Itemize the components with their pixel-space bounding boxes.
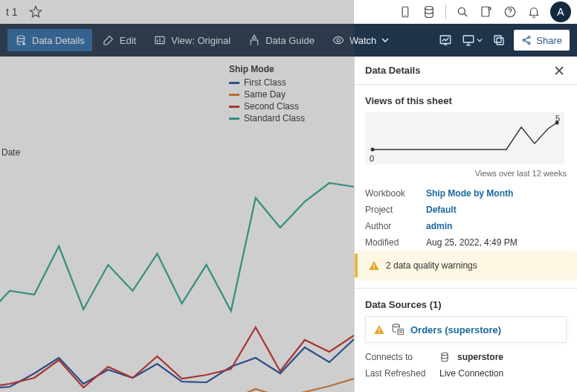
close-icon[interactable] (552, 63, 567, 78)
svg-point-33 (371, 148, 375, 152)
svg-rect-25 (494, 36, 501, 42)
author-link[interactable]: admin (426, 221, 452, 231)
meta-modified: ModifiedAug 25, 2022, 4:49 PM (365, 237, 567, 248)
metrics-icon[interactable] (433, 28, 457, 52)
svg-rect-36 (373, 268, 374, 269)
warning-icon (373, 324, 385, 335)
chart-series (0, 183, 354, 317)
legend-item[interactable]: Standard Class (229, 113, 305, 123)
svg-rect-37 (378, 329, 379, 331)
database-icon[interactable] (417, 0, 441, 24)
watch-label: Watch (349, 35, 376, 46)
view-toolbar: Data Details Edit View: Original Data Gu… (0, 24, 577, 57)
svg-point-12 (17, 36, 24, 39)
svg-rect-24 (497, 38, 503, 45)
presentation-icon[interactable] (460, 28, 484, 52)
legend-item-label: Same Day (244, 89, 286, 100)
legend-item-label: First Class (244, 77, 286, 88)
legend-title: Ship Mode (229, 64, 305, 74)
help-icon[interactable] (498, 0, 522, 24)
legend-item[interactable]: Same Day (229, 89, 305, 100)
line-chart (0, 168, 354, 392)
data-source-row[interactable]: Orders (superstore) (365, 316, 567, 343)
x-axis-label: Date (1, 147, 20, 158)
svg-rect-35 (373, 265, 374, 267)
svg-rect-38 (378, 332, 379, 332)
svg-point-18 (337, 39, 340, 42)
meta-project: ProjectDefault (365, 205, 567, 215)
divider (355, 288, 577, 289)
data-guide-label: Data Guide (265, 35, 315, 46)
top-strip: t 1 A (0, 0, 577, 24)
svg-line-30 (525, 41, 529, 43)
chevron-down-icon (381, 36, 389, 44)
views-caption: Views over last 12 weeks (365, 169, 567, 178)
legend-item-label: Standard Class (244, 113, 305, 123)
svg-point-4 (458, 7, 465, 14)
meta-workbook: WorkbookShip Mode by Month (365, 188, 567, 199)
copy-icon[interactable] (487, 28, 511, 52)
edit-label: Edit (120, 35, 136, 46)
workbook-link[interactable]: Ship Mode by Month (426, 188, 513, 199)
warning-icon (368, 260, 380, 271)
svg-marker-0 (30, 7, 41, 17)
view-original-label: View: Original (171, 35, 231, 46)
database-small-icon (439, 352, 450, 362)
chart-area: Date Ship Mode First ClassSame DaySecond… (0, 57, 354, 392)
chart-series (0, 379, 354, 392)
data-sources-heading: Data Sources (1) (365, 299, 567, 310)
search-icon[interactable] (451, 0, 474, 24)
datasource-icon (391, 323, 404, 336)
svg-point-13 (22, 42, 25, 45)
views-heading: Views of this sheet (365, 95, 567, 106)
share-button[interactable]: Share (514, 30, 570, 51)
spark-max: 5 (555, 114, 560, 123)
sparkline-chart: 5 0 (365, 112, 564, 164)
svg-point-43 (442, 353, 448, 356)
notifications-icon[interactable] (522, 0, 546, 24)
data-details-panel: Data Details Views of this sheet 5 0 Vie… (354, 57, 577, 392)
meta-author: Authoradmin (365, 221, 567, 231)
svg-rect-21 (464, 36, 474, 42)
edit-button[interactable]: Edit (95, 29, 144, 51)
user-avatar[interactable]: A (550, 1, 571, 22)
data-details-label: Data Details (32, 35, 85, 46)
new-item-icon[interactable] (474, 0, 498, 24)
legend-item[interactable]: Second Class (229, 101, 305, 112)
svg-point-3 (425, 7, 433, 10)
warning-text: 2 data quality warnings (386, 260, 477, 271)
meta-refreshed: Last RefreshedLive Connection (365, 368, 567, 379)
panel-title: Data Details (365, 65, 420, 76)
connects-value: superstore (457, 352, 503, 362)
workbook-title-fragment: t 1 (6, 6, 18, 18)
svg-line-5 (464, 13, 467, 16)
legend-item-label: Second Class (244, 101, 299, 112)
legend: Ship Mode First ClassSame DaySecond Clas… (229, 64, 305, 125)
svg-rect-40 (398, 329, 404, 335)
spark-min: 0 (370, 154, 374, 163)
meta-connects: Connects to superstore (365, 352, 567, 362)
favorite-star-icon[interactable] (24, 0, 48, 24)
watch-button[interactable]: Watch (325, 29, 396, 51)
legend-item[interactable]: First Class (229, 77, 305, 88)
data-details-button[interactable]: Data Details (7, 29, 92, 51)
data-quality-warning[interactable]: 2 data quality warnings (355, 254, 577, 277)
svg-point-39 (393, 324, 399, 327)
share-label: Share (536, 35, 562, 46)
separator (445, 4, 446, 19)
device-icon[interactable] (393, 0, 417, 24)
svg-point-11 (509, 14, 510, 15)
project-link[interactable]: Default (426, 205, 457, 215)
data-guide-button[interactable]: Data Guide (241, 29, 322, 51)
svg-line-29 (525, 38, 529, 40)
data-source-name: Orders (superstore) (410, 324, 501, 335)
view-original-button[interactable]: View: Original (146, 29, 238, 51)
